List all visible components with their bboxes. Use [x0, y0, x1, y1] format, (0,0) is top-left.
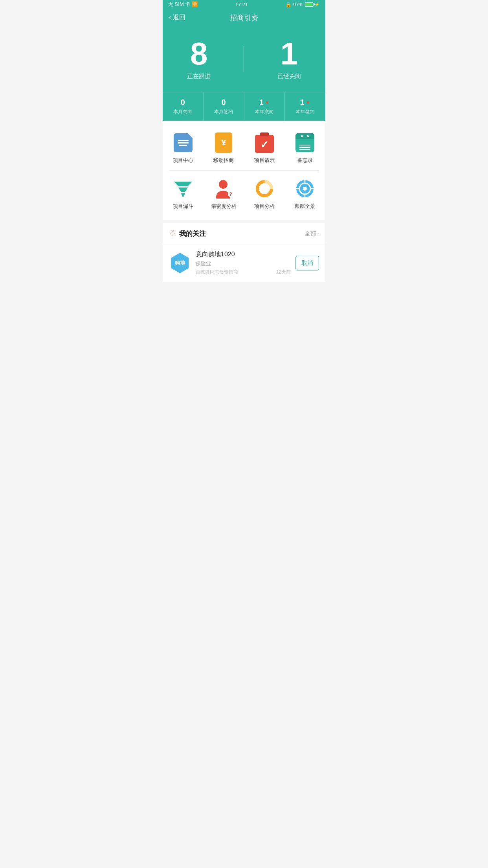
menu-item-person[interactable]: ? 亲密度分析: [204, 175, 244, 216]
location-svg: [295, 179, 315, 199]
attention-more-label: 全部: [305, 230, 316, 237]
svg-marker-2: [181, 193, 185, 197]
sub-stat-3: 1 ▼ 本年签约: [285, 92, 325, 121]
menu-item-project-req[interactable]: ✓ 项目请示: [244, 129, 285, 170]
yen-icon: ¥: [221, 138, 226, 148]
nav-bar: ‹ 返回 招商引资: [163, 9, 325, 26]
clipboard-body: ✓: [255, 135, 274, 153]
list-item-0[interactable]: 购地 意向购地1020 保险业 由陈胜同志负责招商 12天前 取消: [163, 244, 325, 282]
list-item-meta-0: 由陈胜同志负责招商: [196, 269, 238, 276]
svg-marker-0: [174, 182, 192, 186]
cal-line-1: [299, 145, 310, 146]
closed-label: 已经关闭: [277, 73, 301, 80]
menu-item-mobile-invest[interactable]: ¥ 移动招商: [204, 129, 244, 170]
sub-stat-0-label: 本月意向: [163, 108, 203, 115]
arrow-down-icon-2: ▼: [265, 100, 270, 105]
sub-stat-0-number: 0: [163, 98, 203, 107]
clipboard-top: [260, 132, 269, 136]
menu-label-notes: 备忘录: [297, 157, 313, 164]
menu-grid-row2: 项目漏斗 ? 亲密度分析 项目分析: [163, 171, 325, 216]
sub-stat-3-number: 1 ▼: [285, 98, 325, 107]
funnel-icon: [173, 178, 193, 199]
attention-title-wrap: ♡ 我的关注: [169, 229, 206, 238]
closed-number: 1: [277, 38, 301, 70]
person-svg: ?: [214, 179, 233, 199]
hexagon-badge-0: 购地: [170, 253, 190, 273]
hero-stats: 8 正在跟进 1 已经关闭: [163, 34, 325, 92]
back-button[interactable]: ‹ 返回: [169, 13, 185, 22]
cal-lines: [299, 145, 310, 150]
person-icon: ?: [213, 178, 234, 199]
attention-title: 我的关注: [179, 229, 206, 238]
status-right: 🔒 97% ⚡: [285, 2, 320, 7]
svg-point-3: [219, 180, 227, 189]
icon-line-3: [179, 145, 187, 146]
sub-stats: 0 本月意向 0 本月签约 1 ▼ 本年意向 1 ▼ 本年签约: [163, 92, 325, 121]
list-meta-row-0: 由陈胜同志负责招商 12天前: [196, 268, 291, 276]
attention-header: ♡ 我的关注 全部 ›: [163, 223, 325, 244]
menu-grid-row1: 项目中心 ¥ 移动招商 ✓ 项目请示: [163, 129, 325, 170]
cal-line-3: [299, 149, 310, 150]
sub-stat-1: 0 本月签约: [204, 92, 244, 121]
project-req-icon-shape: ✓: [255, 132, 274, 153]
battery-percentage: 97%: [293, 2, 303, 7]
sub-stat-3-label: 本年签约: [285, 108, 325, 115]
menu-label-donut: 项目分析: [254, 203, 275, 210]
list-item-wrap-0: 购地 意向购地1020 保险业 由陈胜同志负责招商 12天前 取消: [163, 244, 325, 282]
menu-item-location[interactable]: 跟踪全景: [285, 175, 326, 216]
tracking-stat: 8 正在跟进: [187, 38, 211, 80]
tracking-label: 正在跟进: [187, 73, 211, 80]
menu-item-funnel[interactable]: 项目漏斗: [163, 175, 204, 216]
status-left: 无 SIM 卡 🛜: [168, 1, 198, 8]
menu-label-project-center: 项目中心: [173, 157, 193, 164]
donut-icon: [254, 178, 275, 199]
menu-item-project-center[interactable]: 项目中心: [163, 129, 204, 170]
sub-stat-2-label: 本年意向: [244, 108, 285, 115]
list-content-0: 意向购地1020 保险业 由陈胜同志负责招商 12天前: [196, 250, 291, 276]
back-arrow-icon: ‹: [169, 13, 171, 22]
chevron-right-icon: ›: [317, 230, 319, 237]
page-title: 招商引资: [230, 13, 258, 22]
sub-stat-2-number: 1 ▼: [244, 98, 285, 107]
hero-section: 8 正在跟进 1 已经关闭 0 本月意向 0 本月签约 1 ▼ 本年意向 1 ▼…: [163, 26, 325, 121]
tracking-number: 8: [187, 38, 211, 70]
icon-line-1: [178, 140, 189, 141]
closed-stat: 1 已经关闭: [277, 38, 301, 80]
hero-divider: [244, 46, 244, 72]
checkmark-icon: ✓: [260, 139, 269, 151]
menu-section-row1: 项目中心 ¥ 移动招商 ✓ 项目请示: [163, 121, 325, 220]
menu-label-project-req: 项目请示: [254, 157, 275, 164]
mobile-invest-icon: ¥: [213, 132, 234, 153]
cal-knob-right: [307, 135, 309, 137]
svg-marker-1: [178, 188, 188, 192]
location-icon: [295, 178, 315, 199]
svg-text:?: ?: [229, 191, 232, 197]
menu-label-mobile-invest: 移动招商: [213, 157, 234, 164]
back-label: 返回: [173, 13, 185, 22]
mobile-invest-icon-shape: ¥: [215, 132, 232, 153]
project-center-icon: [173, 132, 193, 153]
list-item-time-0: 12天前: [276, 269, 291, 276]
project-center-icon-shape: [174, 133, 193, 152]
menu-item-notes[interactable]: 备忘录: [285, 129, 326, 170]
cal-line-2: [299, 147, 310, 148]
heart-icon: ♡: [169, 229, 176, 238]
time-label: 17:21: [235, 2, 248, 7]
svg-point-11: [303, 187, 307, 191]
list-item-title-0: 意向购地1020: [196, 250, 291, 259]
battery-icon: ⚡: [305, 2, 320, 7]
attention-section: ♡ 我的关注 全部 › 购地 意向购地1020 保险业 由陈胜同志负责招商 12…: [163, 223, 325, 282]
menu-item-donut[interactable]: 项目分析: [244, 175, 285, 216]
funnel-svg: [173, 180, 193, 197]
status-bar: 无 SIM 卡 🛜 17:21 🔒 97% ⚡: [163, 0, 325, 9]
menu-label-location: 跟踪全景: [295, 203, 315, 210]
notes-icon-shape: [295, 133, 314, 152]
donut-svg: [255, 179, 274, 199]
attention-more-button[interactable]: 全部 ›: [305, 230, 319, 237]
sub-stat-1-number: 0: [204, 98, 244, 107]
sub-stat-0: 0 本月意向: [163, 92, 204, 121]
icon-line-2: [178, 142, 189, 143]
list-item-subtitle-0: 保险业: [196, 260, 291, 267]
sub-stat-1-label: 本月签约: [204, 108, 244, 115]
cancel-button-0[interactable]: 取消: [295, 256, 319, 270]
